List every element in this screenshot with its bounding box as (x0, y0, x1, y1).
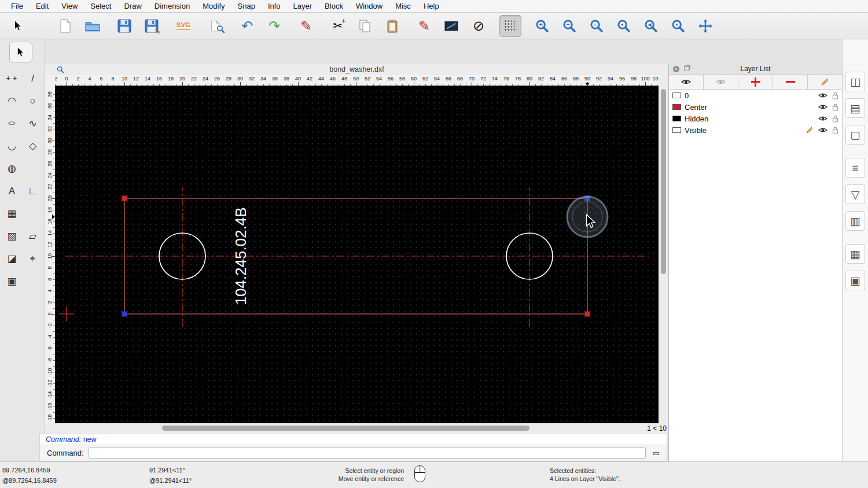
layer-visibility-toggle[interactable] (818, 103, 827, 110)
ruler-label: 90 (584, 76, 590, 82)
menu-view[interactable]: View (55, 2, 84, 10)
zoom-in[interactable]: + (531, 15, 553, 37)
grip-handle[interactable] (122, 312, 127, 317)
layer-visibility-toggle[interactable] (818, 127, 827, 134)
export-svg[interactable]: SVG (172, 15, 194, 37)
zoom-out[interactable]: − (558, 15, 580, 37)
menu-layer[interactable]: Layer (287, 2, 319, 10)
grip-handle[interactable] (122, 196, 127, 201)
tool-line[interactable]: / (23, 68, 43, 89)
menu-edit[interactable]: Edit (30, 2, 55, 10)
menu-block[interactable]: Block (318, 2, 350, 10)
edit-pen[interactable]: ✎ (295, 15, 317, 37)
layer-visibility-toggle[interactable] (818, 92, 827, 99)
tool-text[interactable]: A (2, 180, 22, 202)
redo[interactable]: ↷ (263, 15, 285, 37)
edit-pen-icon: ✎ (300, 19, 312, 33)
print-preview[interactable] (204, 15, 226, 37)
save-file[interactable] (113, 15, 135, 37)
save-as[interactable]: ✎ (141, 15, 163, 37)
layer-visibility-toggle[interactable] (818, 115, 827, 122)
zoom-pan[interactable] (694, 15, 716, 37)
menu-misc[interactable]: Misc (389, 2, 417, 10)
command-input[interactable] (89, 448, 646, 459)
paste[interactable] (381, 15, 403, 37)
close-panel-icon[interactable]: × (673, 66, 679, 72)
tool-ellipse[interactable]: ○ (2, 113, 22, 134)
attributes-pen[interactable]: ✎ (413, 15, 435, 37)
tool-measure[interactable]: ▱ (23, 225, 43, 247)
layer-row-hidden[interactable]: Hidden (669, 113, 842, 124)
tool-polygon[interactable]: ◇ (23, 135, 43, 157)
tool-hatch-pattern[interactable]: ▨ (2, 225, 22, 247)
horizontal-scrollbar-thumb[interactable] (162, 426, 529, 431)
menu-dimension[interactable]: Dimension (148, 2, 196, 10)
cut[interactable]: ✂+ (327, 15, 349, 37)
draft-mode[interactable]: ⊘ (468, 15, 490, 37)
add-layer[interactable] (738, 75, 773, 89)
dock-button-6[interactable]: ▥ (845, 211, 865, 231)
tool-curve[interactable]: ◡ (2, 135, 22, 157)
grid-toggle[interactable] (499, 15, 521, 37)
zoom-auto[interactable]: ▫ (586, 15, 608, 37)
dock-button-8[interactable]: ▣ (845, 271, 865, 290)
grip-handle[interactable] (585, 312, 590, 317)
select-arrow-tool[interactable] (9, 42, 32, 62)
vertical-scrollbar-thumb[interactable] (661, 89, 666, 274)
tool-snap[interactable]: ⌖ (23, 248, 43, 269)
hide-inactive-layers[interactable] (704, 75, 738, 89)
layer-row-center[interactable]: Center (669, 101, 842, 113)
mouse-hint: Select entity or region Move entity or r… (323, 467, 404, 483)
tool-points[interactable]: + + (2, 68, 22, 89)
show-all-layers[interactable] (669, 75, 704, 89)
dock-button-1-icon: ◫ (850, 76, 860, 87)
command-dock-button[interactable]: ▭ (650, 449, 662, 458)
menu-file[interactable]: File (5, 2, 30, 10)
modify-layer[interactable] (808, 75, 842, 89)
dock-button-4[interactable]: ≡ (845, 158, 865, 178)
layer-row-0[interactable]: 0 (669, 90, 842, 101)
copy[interactable] (354, 15, 376, 37)
ruler-label: 60 (411, 76, 417, 82)
menu-info[interactable]: Info (262, 2, 287, 10)
tool-modify[interactable]: ◪ (2, 248, 22, 269)
layer-lock-toggle[interactable] (832, 103, 838, 111)
tool-spline[interactable]: ∿ (23, 113, 43, 134)
layer-lock-toggle[interactable] (832, 92, 838, 99)
tool-image[interactable]: ▦ (2, 203, 22, 224)
undo[interactable]: ↶ (236, 15, 258, 37)
dock-button-3[interactable]: ▢ (845, 125, 865, 145)
menu-select[interactable]: Select (84, 2, 117, 10)
tool-arc[interactable]: ◠ (2, 90, 22, 112)
menu-window[interactable]: Window (350, 2, 389, 10)
zoom-select[interactable]: ▪ (613, 15, 635, 37)
tool-block[interactable]: ▣ (2, 271, 22, 292)
zoom-previous[interactable]: ◂ (640, 15, 662, 37)
dock-button-1[interactable]: ◫ (845, 72, 865, 91)
dock-button-2[interactable]: ▤ (845, 98, 865, 118)
tool-dimension[interactable]: ∟ (23, 180, 43, 202)
layer-lock-toggle[interactable] (832, 115, 838, 123)
remove-layer[interactable] (773, 75, 808, 89)
menu-draw[interactable]: Draw (117, 2, 148, 10)
zoom-window[interactable]: ▪ (667, 15, 689, 37)
menu-snap[interactable]: Snap (231, 2, 262, 10)
horizontal-scrollbar[interactable] (55, 423, 645, 434)
dock-button-5[interactable]: ▽ (845, 184, 865, 204)
select-tool[interactable] (8, 15, 30, 37)
open-file[interactable] (82, 15, 104, 37)
menu-modify[interactable]: Modify (196, 2, 231, 10)
tool-hatch[interactable]: ◍ (2, 158, 22, 179)
drawing-canvas[interactable]: 104.245.02.4B (55, 86, 659, 423)
tool-circle[interactable]: ○ (23, 90, 43, 112)
float-panel-icon[interactable] (684, 66, 689, 71)
dock-button-7[interactable]: ▦ (845, 244, 865, 264)
vertical-scrollbar[interactable] (659, 86, 668, 423)
tool-line-icon: / (31, 73, 34, 83)
entity-properties[interactable] (440, 15, 462, 37)
layer-row-visible[interactable]: Visible (669, 124, 842, 136)
part-number-label[interactable]: 104.245.02.4B (232, 207, 249, 305)
menu-help[interactable]: Help (417, 2, 446, 10)
layer-lock-toggle[interactable] (832, 127, 838, 134)
new-file[interactable] (54, 15, 76, 37)
